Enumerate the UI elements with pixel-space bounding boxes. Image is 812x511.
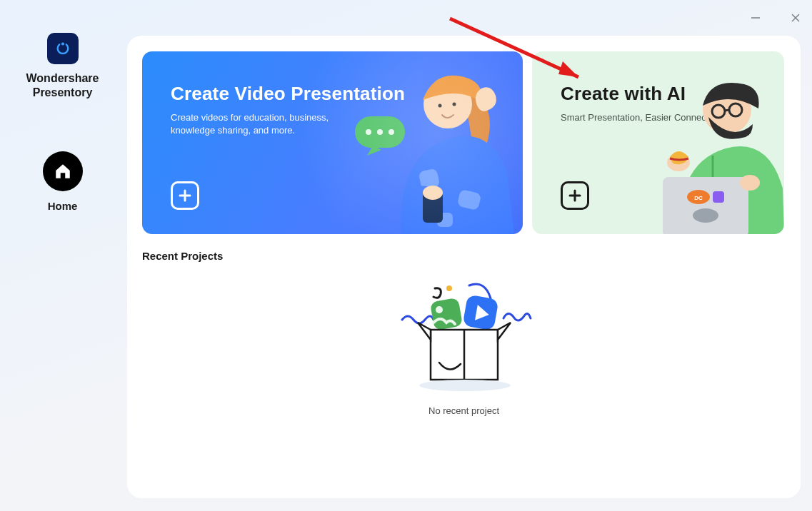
- svg-point-8: [377, 129, 383, 135]
- svg-rect-27: [713, 191, 724, 203]
- recent-projects-title: Recent Projects: [142, 250, 223, 262]
- svg-line-23: [725, 110, 729, 111]
- create-ai-subtitle: Smart Presentation, Easier Connection.: [561, 111, 723, 124]
- svg-point-31: [446, 285, 452, 291]
- empty-state-text: No recent project: [428, 405, 499, 416]
- empty-box-illustration: [396, 278, 532, 393]
- create-video-plus-icon: [171, 181, 199, 210]
- app-name: Wondershare Presentory: [0, 71, 125, 100]
- svg-point-33: [436, 306, 443, 313]
- nav: Home: [0, 151, 125, 212]
- svg-point-11: [438, 104, 442, 108]
- create-ai-card[interactable]: Create with AI Smart Presentation, Easie…: [532, 51, 784, 234]
- cards-row: Create Video Presentation Create videos …: [142, 51, 784, 234]
- home-icon: [54, 162, 72, 181]
- svg-point-25: [687, 190, 710, 204]
- svg-point-17: [423, 186, 443, 200]
- svg-point-28: [693, 208, 718, 223]
- close-button[interactable]: [785, 7, 806, 29]
- create-video-title: Create Video Presentation: [171, 83, 405, 105]
- svg-rect-15: [437, 213, 453, 227]
- svg-point-12: [453, 103, 456, 106]
- create-ai-plus-icon: [561, 181, 589, 210]
- create-ai-title: Create with AI: [561, 83, 686, 105]
- video-card-illustration: [351, 51, 516, 234]
- svg-rect-24: [663, 177, 748, 234]
- app-logo-icon: [47, 33, 79, 64]
- create-video-card[interactable]: Create Video Presentation Create videos …: [142, 51, 523, 234]
- sidebar: Wondershare Presentory Home: [0, 0, 125, 212]
- svg-point-10: [423, 80, 472, 128]
- svg-point-20: [703, 86, 751, 134]
- svg-text:DC: DC: [694, 195, 703, 201]
- svg-point-22: [729, 103, 742, 116]
- app-name-line1: Wondershare: [26, 72, 99, 84]
- svg-rect-13: [418, 168, 441, 191]
- svg-point-29: [667, 154, 690, 171]
- svg-rect-32: [429, 298, 462, 330]
- create-video-subtitle: Create videos for education, business, k…: [171, 111, 356, 137]
- app-name-line2: Presentory: [33, 86, 93, 98]
- svg-point-3: [61, 42, 64, 45]
- svg-rect-6: [355, 116, 405, 148]
- svg-point-30: [740, 175, 760, 191]
- window-controls: [745, 7, 806, 29]
- svg-point-9: [389, 129, 394, 135]
- minimize-button[interactable]: [745, 7, 766, 29]
- svg-point-37: [419, 380, 511, 391]
- nav-home-label: Home: [48, 200, 78, 212]
- main-panel: Create Video Presentation Create videos …: [127, 36, 801, 498]
- svg-point-7: [366, 129, 371, 135]
- svg-rect-14: [457, 189, 482, 211]
- svg-rect-16: [423, 191, 443, 223]
- nav-home-button[interactable]: [43, 151, 83, 191]
- empty-state: No recent project: [127, 278, 801, 416]
